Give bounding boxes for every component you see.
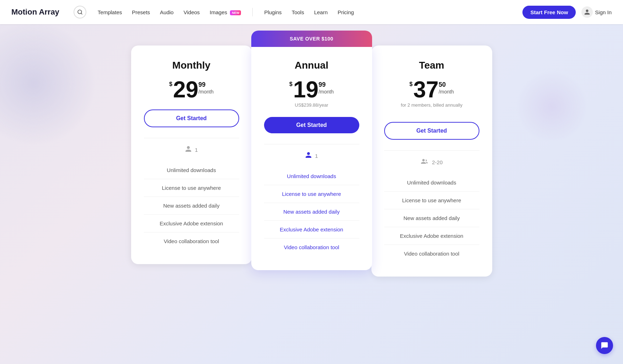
account-icon xyxy=(581,6,593,18)
feature-team-2: New assets added daily xyxy=(384,209,479,227)
feature-monthly-0: Unlimited downloads xyxy=(144,161,239,179)
member-icon-team xyxy=(420,158,429,167)
nav-item-learn[interactable]: Learn xyxy=(314,9,328,15)
chat-button[interactable] xyxy=(596,337,613,354)
get-started-monthly[interactable]: Get Started xyxy=(144,109,239,127)
member-row-monthly: 1 xyxy=(144,145,239,154)
pricing-cards: Monthly $ 29 99 /month Get Started 1 xyxy=(131,46,492,277)
price-cents-period-monthly: 99 /month xyxy=(198,81,214,95)
price-row-team: $ 37 50 /month xyxy=(384,78,479,101)
nav-item-pricing[interactable]: Pricing xyxy=(338,9,354,15)
card-title-annual: Annual xyxy=(264,60,359,71)
price-period-monthly: /month xyxy=(198,89,214,95)
pricing-card-annual: SAVE OVER $100 Annual $ 19 99 /month US$… xyxy=(251,46,372,270)
divider-monthly xyxy=(144,138,239,138)
member-count-team: 2-20 xyxy=(432,159,442,165)
price-main-annual: 19 xyxy=(293,78,318,101)
price-row-monthly: $ 29 99 /month xyxy=(144,78,239,101)
get-started-team[interactable]: Get Started xyxy=(384,122,479,140)
pricing-card-monthly: Monthly $ 29 99 /month Get Started 1 xyxy=(131,46,252,264)
feature-team-1: License to use anywhere xyxy=(384,191,479,209)
sign-in-button[interactable]: Sign In xyxy=(581,6,612,18)
price-main-monthly: 29 xyxy=(173,78,198,101)
price-cents-period-annual: 99 /month xyxy=(318,81,334,95)
feature-monthly-2: New assets added daily xyxy=(144,197,239,214)
price-period-annual: /month xyxy=(318,89,334,95)
feature-team-4: Video collaboration tool xyxy=(384,245,479,262)
feature-annual-3: Exclusive Adobe extension xyxy=(264,220,359,238)
nav-divider xyxy=(252,8,253,16)
svg-line-1 xyxy=(81,13,82,14)
member-icon-annual xyxy=(305,151,312,160)
search-icon xyxy=(77,9,83,15)
get-started-annual[interactable]: Get Started xyxy=(264,117,359,133)
pricing-card-team: Team $ 37 50 /month for 2 members, bille… xyxy=(371,46,492,277)
feature-annual-2: New assets added daily xyxy=(264,203,359,220)
price-dollar-team: $ xyxy=(409,81,413,87)
nav-item-templates[interactable]: Templates xyxy=(98,9,122,15)
card-title-team: Team xyxy=(384,60,479,71)
price-team-note: for 2 members, billed annually xyxy=(384,102,479,108)
price-cents-period-team: 50 /month xyxy=(439,81,454,95)
price-main-team: 37 xyxy=(413,78,439,101)
feature-annual-1: License to use anywhere xyxy=(264,185,359,203)
nav-item-audio[interactable]: Audio xyxy=(160,9,173,15)
nav-item-plugins[interactable]: Plugins xyxy=(264,9,281,15)
nav-right: Start Free Now Sign In xyxy=(522,6,612,19)
price-row-annual: $ 19 99 /month xyxy=(264,78,359,101)
divider-annual xyxy=(264,144,359,144)
feature-list-monthly: Unlimited downloads License to use anywh… xyxy=(144,161,239,250)
brand-logo[interactable]: Motion Array xyxy=(11,7,59,17)
nav-item-videos[interactable]: Videos xyxy=(183,9,200,15)
price-dollar-monthly: $ xyxy=(169,81,172,87)
price-period-team: /month xyxy=(439,89,454,95)
price-cents-annual: 99 xyxy=(318,81,326,89)
feature-team-3: Exclusive Adobe extension xyxy=(384,227,479,245)
feature-monthly-3: Exclusive Adobe extension xyxy=(144,214,239,232)
member-row-team: 2-20 xyxy=(384,158,479,167)
feature-monthly-4: Video collaboration tool xyxy=(144,232,239,250)
price-dollar-annual: $ xyxy=(289,81,292,87)
main-content: Monthly $ 29 99 /month Get Started 1 xyxy=(0,24,623,298)
feature-list-annual: Unlimited downloads License to use anywh… xyxy=(264,167,359,256)
search-button[interactable] xyxy=(74,6,86,18)
card-banner-annual: SAVE OVER $100 xyxy=(251,31,372,47)
feature-monthly-1: License to use anywhere xyxy=(144,179,239,197)
chat-icon xyxy=(601,342,608,349)
nav-links: Templates Presets Audio Videos Images NE… xyxy=(98,8,523,16)
price-annual-note: US$239.88/year xyxy=(264,102,359,108)
new-badge: NEW xyxy=(230,10,241,15)
price-cents-monthly: 99 xyxy=(198,81,205,89)
sign-in-label: Sign In xyxy=(595,9,612,15)
card-title-monthly: Monthly xyxy=(144,60,239,71)
feature-annual-4: Video collaboration tool xyxy=(264,238,359,256)
navbar: Motion Array Templates Presets Audio Vid… xyxy=(0,0,623,24)
member-row-annual: 1 xyxy=(264,151,359,160)
nav-item-presets[interactable]: Presets xyxy=(132,9,150,15)
member-count-annual: 1 xyxy=(315,153,318,159)
start-free-button[interactable]: Start Free Now xyxy=(522,6,576,19)
feature-list-team: Unlimited downloads License to use anywh… xyxy=(384,174,479,262)
divider-team xyxy=(384,150,479,151)
nav-item-images[interactable]: Images NEW xyxy=(210,9,241,15)
price-cents-team: 50 xyxy=(439,81,446,89)
feature-annual-0: Unlimited downloads xyxy=(264,167,359,185)
feature-team-0: Unlimited downloads xyxy=(384,174,479,191)
nav-item-tools[interactable]: Tools xyxy=(292,9,304,15)
member-icon-monthly xyxy=(185,145,192,154)
member-count-monthly: 1 xyxy=(195,147,198,153)
